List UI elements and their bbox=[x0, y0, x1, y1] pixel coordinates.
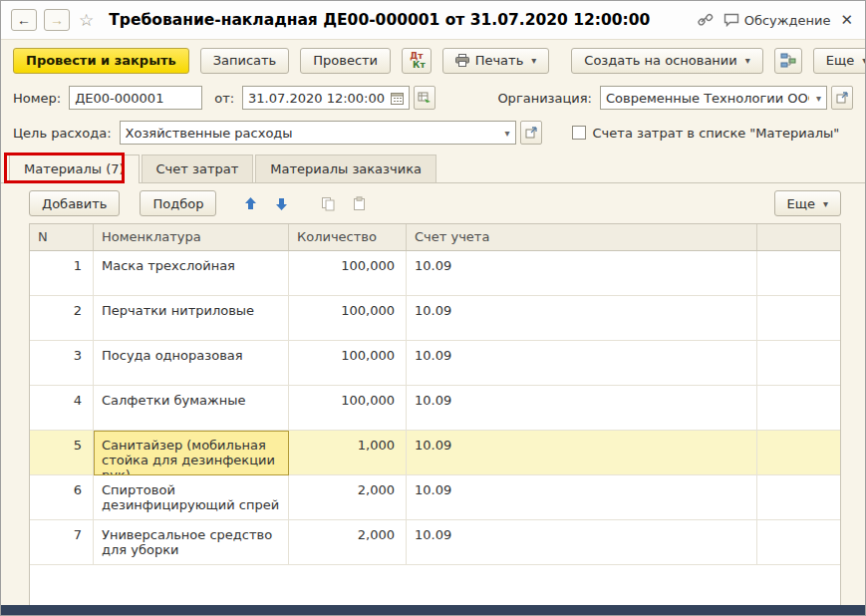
item-cell[interactable]: Маска трехслойная bbox=[94, 251, 289, 296]
filler-cell[interactable] bbox=[757, 431, 840, 475]
show-postings-button[interactable]: ДтКт bbox=[402, 48, 432, 74]
table-row: 4 Салфетки бумажные 100,000 10.09 bbox=[30, 386, 840, 431]
account-cell[interactable]: 10.09 bbox=[407, 296, 757, 341]
date-label: от: bbox=[214, 91, 234, 106]
open-form-icon bbox=[525, 127, 537, 139]
post-button[interactable]: Провести bbox=[300, 48, 391, 74]
chevron-down-icon[interactable]: ▾ bbox=[813, 93, 821, 104]
print-button[interactable]: Печать ▾ bbox=[442, 48, 550, 74]
pick-button[interactable]: Подбор bbox=[140, 190, 216, 216]
quantity-cell[interactable]: 1,000 bbox=[289, 431, 407, 475]
filler-cell[interactable] bbox=[757, 296, 840, 341]
subordination-structure-button[interactable] bbox=[774, 48, 802, 74]
post-and-close-button[interactable]: Провести и закрыть bbox=[13, 48, 189, 74]
filler-cell[interactable] bbox=[757, 475, 840, 520]
item-cell[interactable]: Посуда одноразовая bbox=[94, 341, 289, 386]
arrow-down-icon bbox=[274, 196, 289, 211]
header-qty: Количество bbox=[289, 224, 407, 250]
filler-cell[interactable] bbox=[757, 386, 840, 431]
item-cell[interactable]: Спиртовой дезинфицирующий спрей bbox=[94, 475, 289, 520]
quantity-cell[interactable]: 2,000 bbox=[289, 475, 407, 520]
item-cell[interactable]: Перчатки нитриловые bbox=[94, 296, 289, 341]
tab-customer-materials[interactable]: Материалы заказчика bbox=[255, 154, 436, 182]
row-number-cell[interactable]: 6 bbox=[30, 475, 94, 520]
favorites-star-icon[interactable]: ☆ bbox=[79, 10, 94, 30]
tab-strip: Материалы (7) Счет затрат Материалы зака… bbox=[1, 154, 865, 183]
copy-button[interactable] bbox=[318, 196, 339, 211]
header-filler bbox=[757, 224, 840, 250]
quantity-cell[interactable]: 100,000 bbox=[289, 251, 407, 296]
cost-accounts-checkbox-label: Счета затрат в списке "Материалы" bbox=[593, 126, 840, 141]
quantity-cell[interactable]: 100,000 bbox=[289, 296, 407, 341]
add-row-button[interactable]: Добавить bbox=[29, 190, 120, 216]
create-on-basis-label: Создать на основании bbox=[584, 53, 736, 68]
get-link-button[interactable] bbox=[698, 13, 714, 27]
quantity-cell[interactable]: 100,000 bbox=[289, 341, 407, 386]
arrow-up-icon bbox=[243, 196, 258, 211]
quantity-cell[interactable]: 2,000 bbox=[289, 520, 407, 565]
tab-cost-account[interactable]: Счет затрат bbox=[142, 154, 254, 182]
item-cell-selected[interactable]: Санитайзер (мобильная стойка для дезинфе… bbox=[94, 431, 289, 475]
number-value: ДЕ00-000001 bbox=[75, 91, 196, 106]
create-on-basis-button[interactable]: Создать на основании ▾ bbox=[571, 48, 762, 74]
organization-value: Современные Технологии ООО bbox=[606, 91, 809, 106]
header-n: N bbox=[30, 224, 94, 250]
date-input[interactable]: 31.07.2020 12:00:00 bbox=[242, 86, 410, 110]
related-documents-button[interactable] bbox=[414, 86, 435, 110]
paste-icon bbox=[352, 196, 367, 211]
row-number-cell[interactable]: 2 bbox=[30, 296, 94, 341]
forward-button[interactable]: → bbox=[44, 9, 70, 31]
item-cell[interactable]: Салфетки бумажные bbox=[94, 386, 289, 431]
account-cell[interactable]: 10.09 bbox=[407, 341, 757, 386]
close-button[interactable]: ✕ bbox=[840, 11, 853, 29]
account-cell[interactable]: 10.09 bbox=[407, 251, 757, 296]
table-row-selected: 5 Санитайзер (мобильная стойка для дезин… bbox=[30, 431, 840, 475]
row-number-cell[interactable]: 7 bbox=[30, 520, 94, 565]
account-cell[interactable]: 10.09 bbox=[407, 520, 757, 565]
discussion-button[interactable]: Обсуждение bbox=[723, 13, 831, 28]
calendar-icon[interactable] bbox=[391, 92, 404, 105]
more-button[interactable]: Еще ▾ bbox=[813, 48, 866, 74]
filler-cell[interactable] bbox=[757, 341, 840, 386]
chevron-down-icon[interactable]: ▾ bbox=[502, 128, 510, 139]
organization-label: Организация: bbox=[497, 91, 592, 106]
account-cell[interactable]: 10.09 bbox=[407, 386, 757, 431]
title-bar: ← → ☆ Требование-накладная ДЕ00-000001 о… bbox=[1, 1, 865, 39]
print-label: Печать bbox=[475, 53, 524, 68]
row-number-cell[interactable]: 3 bbox=[30, 341, 94, 386]
chevron-down-icon: ▾ bbox=[531, 55, 536, 66]
quantity-cell[interactable]: 100,000 bbox=[289, 386, 407, 431]
more-label: Еще bbox=[826, 53, 854, 68]
cost-accounts-checkbox[interactable] bbox=[572, 126, 586, 140]
row-number-cell[interactable]: 1 bbox=[30, 251, 94, 296]
document-window: ← → ☆ Требование-накладная ДЕ00-000001 о… bbox=[0, 0, 866, 616]
move-row-up-button[interactable] bbox=[240, 196, 261, 211]
table-header-row: N Номенклатура Количество Счет учета bbox=[30, 224, 840, 251]
materials-table: N Номенклатура Количество Счет учета 1 М… bbox=[29, 223, 841, 606]
open-organization-button[interactable] bbox=[831, 86, 853, 110]
account-cell[interactable]: 10.09 bbox=[407, 475, 757, 520]
back-arrow-icon: ← bbox=[17, 10, 31, 30]
account-cell[interactable]: 10.09 bbox=[407, 431, 757, 475]
open-purpose-button[interactable] bbox=[520, 121, 542, 145]
write-button[interactable]: Записать bbox=[200, 48, 290, 74]
move-row-down-button[interactable] bbox=[271, 196, 292, 211]
hierarchy-icon bbox=[780, 53, 796, 68]
table-row: 2 Перчатки нитриловые 100,000 10.09 bbox=[30, 296, 840, 341]
number-input[interactable]: ДЕ00-000001 bbox=[69, 86, 202, 110]
item-cell[interactable]: Универсальное средство для уборки bbox=[94, 520, 289, 565]
purpose-label: Цель расхода: bbox=[13, 126, 112, 141]
purpose-input[interactable]: Хозяйственные расходы ▾ bbox=[120, 121, 516, 145]
filler-cell[interactable] bbox=[757, 251, 840, 296]
paste-button[interactable] bbox=[349, 196, 370, 211]
row-number-cell[interactable]: 5 bbox=[30, 431, 94, 475]
number-label: Номер: bbox=[13, 91, 61, 106]
tab-materials[interactable]: Материалы (7) bbox=[9, 154, 140, 183]
close-icon: ✕ bbox=[840, 11, 853, 29]
filler-cell[interactable] bbox=[757, 520, 840, 565]
organization-input[interactable]: Современные Технологии ООО ▾ bbox=[600, 86, 827, 110]
materials-panel: Добавить Подбор bbox=[1, 183, 865, 606]
row-number-cell[interactable]: 4 bbox=[30, 386, 94, 431]
back-button[interactable]: ← bbox=[11, 9, 37, 31]
table-more-button[interactable]: Еще ▾ bbox=[774, 190, 842, 216]
